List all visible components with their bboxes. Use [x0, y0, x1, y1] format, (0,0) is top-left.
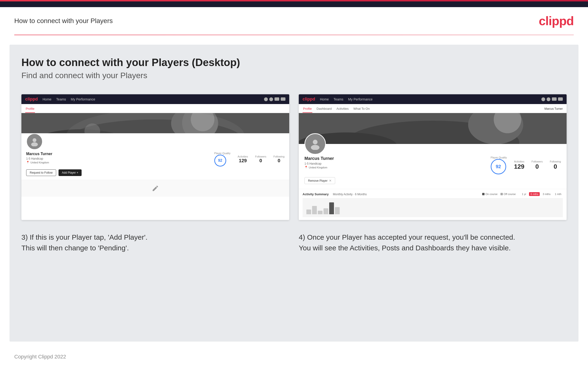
screenshot2-tab-whattoon: What To On	[353, 106, 370, 113]
screenshot1-nav-teams: Teams	[56, 97, 66, 101]
screenshot2-country: 📍 United Kingdom	[304, 166, 334, 169]
time-btn-3mths[interactable]: 3 mths	[541, 192, 552, 196]
svg-point-6	[33, 138, 36, 142]
screenshot1-stat-activities: Activities 129	[238, 155, 248, 163]
following-label: Following	[274, 155, 285, 158]
activity-controls: On course Off course 1 yr 6 mths 3 mths	[482, 192, 563, 196]
avatar-icon-2	[309, 138, 321, 150]
quality-circle: 92	[214, 155, 226, 167]
bar-3	[318, 211, 322, 214]
activity-title: Activity Summary	[303, 192, 329, 196]
time-btn-1mth[interactable]: 1 mth	[553, 192, 563, 196]
settings-icon	[275, 97, 279, 101]
main-heading: How to connect with your Players (Deskto…	[21, 57, 567, 68]
pencil-icon	[152, 185, 159, 192]
header-divider	[14, 35, 574, 35]
activity-legend: On course Off course	[482, 193, 516, 195]
main-subheading: Find and connect with your Players	[21, 71, 567, 80]
screenshot1-buttons: Request to Follow Add Player +	[26, 169, 285, 176]
remove-player-button[interactable]: Remove Player ✕	[304, 177, 335, 184]
screenshot2-tabs: Profile Dashboard Activities What To On …	[299, 104, 567, 113]
screenshot2-player-name: Marcus Turner	[304, 156, 334, 161]
screenshot1-pencil-area	[21, 180, 289, 197]
caption-4-text: 4) Once your Player has accepted your re…	[299, 232, 567, 253]
time-btn-6mths[interactable]: 6 mths	[529, 192, 540, 196]
followers-label: Followers	[255, 155, 266, 158]
screenshots-row: clippd Home Teams My Performance Profile	[21, 94, 567, 220]
user-icon	[269, 97, 273, 101]
quality-circle-2: 92	[491, 159, 506, 174]
screenshot-1: clippd Home Teams My Performance Profile	[21, 94, 289, 220]
hero-svg-2	[299, 113, 567, 144]
screenshot2-avatar	[304, 133, 326, 155]
screenshot1-nav-myperformance: My Performance	[71, 97, 95, 101]
screenshot1-tabs: Profile	[21, 104, 289, 113]
time-filters: 1 yr 6 mths 3 mths 1 mth	[520, 192, 563, 196]
screenshot2-stat-activities: Activities 129	[514, 160, 524, 170]
time-btn-1yr[interactable]: 1 yr	[520, 192, 527, 196]
screenshot2-hero	[299, 113, 567, 144]
following-value-2: 0	[550, 163, 561, 170]
add-player-button[interactable]: Add Player +	[59, 169, 82, 176]
screenshot1-stat-following: Following 0	[274, 155, 285, 163]
oncourse-label: On course	[485, 193, 498, 195]
svg-point-14	[311, 145, 320, 150]
svg-point-13	[313, 140, 318, 144]
activity-subtitle: Monthly Activity · 6 Months	[333, 193, 367, 196]
offcourse-label: Off course	[504, 193, 516, 195]
location-icon-2: 📍	[304, 166, 308, 169]
clippd-logo: clippd	[539, 14, 574, 28]
screenshot2-nav-home: Home	[320, 97, 329, 101]
screenshot1-name-block: Marcus Turner 1-5 Handicap 📍 United King…	[26, 152, 55, 164]
screenshot1-player-name: Marcus Turner	[26, 152, 55, 156]
avatar-icon	[30, 137, 39, 146]
screenshot2-logo: clippd	[303, 97, 315, 102]
settings-icon-2	[552, 97, 557, 101]
screenshot2-name-block: Marcus Turner 1-5 Handicap 📍 United King…	[304, 156, 334, 169]
screenshot2-tab-dashboard: Dashboard	[316, 106, 332, 113]
activities-value-2: 129	[514, 163, 524, 170]
top-bar	[0, 0, 588, 7]
following-label-2: Following	[550, 160, 561, 163]
screenshot2-stat-followers: Followers 0	[531, 160, 543, 170]
screenshot2-activity-section: Activity Summary Monthly Activity · 6 Mo…	[299, 189, 567, 220]
user-icon-2	[547, 97, 550, 101]
location-icon: 📍	[26, 161, 29, 164]
account-icon-2	[558, 97, 563, 101]
screenshot2-user-dropdown: Marcus Turner	[545, 107, 563, 111]
top-bar-accent	[0, 0, 588, 1]
quality-label: Player Quality	[214, 152, 231, 155]
bar-4	[323, 208, 328, 214]
bar-2	[312, 206, 317, 214]
followers-label-2: Followers	[531, 160, 543, 163]
screenshot1-nav-icons	[264, 97, 285, 101]
screenshot2-nav: clippd Home Teams My Performance	[299, 94, 567, 104]
screenshot2-profile-row: Marcus Turner 1-5 Handicap 📍 United King…	[304, 156, 561, 174]
search-icon	[264, 97, 268, 101]
request-follow-button[interactable]: Request to Follow	[26, 169, 56, 176]
screenshot1-nav: clippd Home Teams My Performance	[21, 94, 289, 104]
screenshot2-stat-following: Following 0	[550, 160, 561, 170]
screenshot1-stats: Player Quality 92 Activities 129 Followe…	[214, 152, 285, 167]
remove-player-x-icon: ✕	[329, 179, 332, 183]
screenshot1-nav-right	[264, 97, 285, 101]
activity-header: Activity Summary Monthly Activity · 6 Mo…	[303, 192, 563, 196]
account-icon	[281, 97, 285, 101]
offcourse-legend: Off course	[501, 193, 516, 195]
svg-point-7	[31, 142, 38, 146]
bar-1	[306, 209, 311, 214]
screenshot2-nav-icons	[541, 97, 563, 101]
activities-value: 129	[238, 158, 248, 163]
captions-row: 3) If this is your Player tap, 'Add Play…	[21, 232, 567, 253]
offcourse-dot	[501, 193, 503, 195]
caption-4-block: 4) Once your Player has accepted your re…	[299, 232, 567, 253]
activity-bar-chart	[303, 198, 563, 217]
screenshot2-tab-group: Profile Dashboard Activities What To On	[303, 106, 370, 113]
screenshot1-logo: clippd	[25, 97, 38, 102]
remove-player-label: Remove Player	[308, 179, 328, 183]
screenshot1-avatar	[26, 133, 43, 150]
quality-label-2: Player Quality	[491, 156, 507, 159]
screenshot1-stat-followers: Followers 0	[255, 155, 266, 163]
caption-3-text: 3) If this is your Player tap, 'Add Play…	[21, 232, 289, 253]
page-title: How to connect with your Players	[14, 17, 113, 25]
